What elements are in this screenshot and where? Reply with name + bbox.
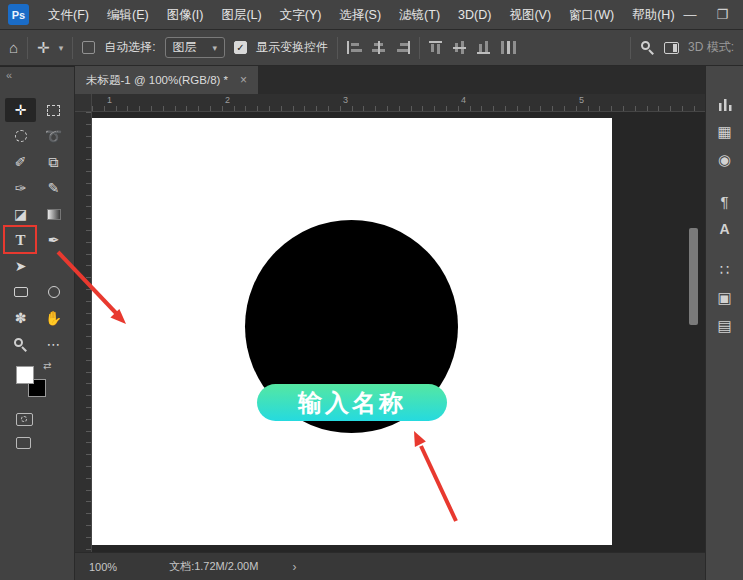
3d-mode-label: 3D 模式: — [688, 39, 734, 56]
tools-panel: « ✛ ➰ ✐ ⧉ ✑ ✎ ◪ T ✒ ➤ ✽ ✋ ⋯ ⇄ — [0, 67, 75, 580]
quick-mask-icon[interactable] — [16, 413, 33, 426]
menu-item-help[interactable]: 帮助(H) — [623, 0, 683, 30]
horizontal-ruler: 1 2 3 4 5 — [92, 94, 705, 112]
options-bar: ⌂ ✛ ▾ 自动选择: 图层 ▾ ✓ 显示变换控件 3D 模式: — [0, 30, 743, 66]
eyedropper-tool[interactable]: ✑ — [5, 176, 36, 200]
status-bar: 100% 文档:1.72M/2.00M › — [75, 552, 705, 580]
vertical-scrollbar[interactable] — [689, 228, 698, 325]
collapse-tools-icon[interactable]: « — [6, 69, 12, 81]
screen-mode-icon[interactable] — [16, 437, 31, 449]
grid-panel-icon[interactable]: ▦ — [712, 120, 738, 144]
hand-tool[interactable]: ✋ — [38, 306, 69, 330]
more-tools-button[interactable]: ⋯ — [38, 332, 69, 356]
ruler-corner — [75, 94, 92, 112]
divider — [630, 37, 631, 59]
pen-tool[interactable]: ✒ — [38, 228, 69, 252]
auto-select-checkbox[interactable] — [82, 41, 95, 54]
crop-tool[interactable]: ⧉ — [38, 150, 69, 174]
rectangle-shape-tool[interactable] — [5, 280, 36, 304]
move-tool-preset-icon[interactable]: ✛ — [37, 40, 50, 55]
menu-item-edit[interactable]: 编辑(E) — [98, 0, 158, 30]
vertical-ruler — [75, 112, 92, 552]
canvas[interactable]: 输入名称 — [92, 118, 612, 545]
zoom-tool[interactable] — [5, 332, 36, 356]
photoshop-window: { "app": {"logo_text": "Ps"}, "menubar":… — [0, 0, 743, 580]
document-size-info: 文档:1.72M/2.00M — [169, 559, 258, 574]
align-right-icon[interactable] — [395, 41, 410, 54]
menu-item-image[interactable]: 图像(I) — [158, 0, 213, 30]
lasso-icon: ➰ — [45, 128, 62, 144]
brush-tool[interactable]: ✎ — [38, 176, 69, 200]
pen-icon: ✒ — [48, 232, 60, 248]
histogram-panel-icon[interactable] — [712, 92, 738, 116]
ruler-number: 5 — [579, 95, 584, 105]
rectangle-icon — [14, 287, 28, 297]
rectangular-marquee-tool[interactable] — [38, 98, 69, 122]
divider — [27, 37, 28, 59]
chevron-down-icon: ▾ — [213, 43, 218, 53]
align-top-icon[interactable] — [429, 41, 444, 54]
distribute-icon[interactable] — [501, 41, 516, 54]
menu-item-layer[interactable]: 图层(L) — [212, 0, 270, 30]
tools-footer — [16, 413, 33, 449]
auto-select-target-dropdown[interactable]: 图层 ▾ — [165, 37, 226, 58]
check-icon: ✓ — [236, 42, 244, 53]
quick-select-icon: ✐ — [15, 154, 27, 170]
menu-item-filter[interactable]: 滤镜(T) — [390, 0, 449, 30]
align-bottom-icon[interactable] — [477, 41, 492, 54]
ellipse-marquee-icon — [15, 130, 27, 142]
align-left-icon[interactable] — [347, 41, 362, 54]
custom-shape-icon: ✽ — [15, 310, 27, 326]
eraser-tool[interactable]: ◪ — [5, 202, 36, 226]
path-selection-tool[interactable]: ➤ — [5, 254, 36, 278]
photoshop-logo: Ps — [8, 4, 29, 25]
menu-item-type[interactable]: 文字(Y) — [271, 0, 331, 30]
ellipse-shape-tool[interactable] — [38, 280, 69, 304]
search-icon[interactable] — [640, 40, 655, 55]
custom-shape-tool[interactable]: ✽ — [5, 306, 36, 330]
input-name-text: 输入名称 — [298, 387, 406, 419]
quick-selection-tool[interactable]: ✐ — [5, 150, 36, 174]
foreground-color-swatch[interactable] — [16, 366, 34, 384]
menu-bar: Ps 文件(F) 编辑(E) 图像(I) 图层(L) 文字(Y) 选择(S) 滤… — [0, 0, 743, 30]
swap-colors-icon[interactable]: ⇄ — [43, 360, 51, 371]
character-panel-icon[interactable]: A — [712, 217, 738, 241]
align-center-h-icon[interactable] — [371, 41, 386, 54]
minimize-button[interactable]: — — [684, 7, 697, 22]
ruler-row: 1 2 3 4 5 — [75, 94, 705, 112]
status-expander-icon[interactable]: › — [292, 560, 296, 574]
ruler-number: 4 — [461, 95, 466, 105]
sphere-panel-icon[interactable]: ◉ — [712, 148, 738, 172]
document-tab-title: 未标题-1 @ 100%(RGB/8) * — [86, 73, 228, 88]
show-transform-label: 显示变换控件 — [256, 39, 328, 56]
marquee-icon — [47, 105, 60, 116]
swatch-dots-panel-icon[interactable]: ∷ — [712, 258, 738, 282]
menu-item-3d[interactable]: 3D(D) — [449, 0, 500, 30]
canvas-viewport: 输入名称 — [75, 112, 705, 552]
elliptical-marquee-tool[interactable] — [5, 124, 36, 148]
menu-item-select[interactable]: 选择(S) — [330, 0, 390, 30]
color-swatches: ⇄ — [16, 366, 60, 402]
home-icon[interactable]: ⌂ — [9, 40, 18, 55]
zoom-level-field[interactable]: 100% — [89, 561, 117, 573]
frame-panel-icon[interactable]: ▣ — [712, 286, 738, 310]
menu-item-file[interactable]: 文件(F) — [39, 0, 98, 30]
chevron-down-icon[interactable]: ▾ — [59, 43, 64, 53]
divider — [419, 37, 420, 59]
align-middle-icon[interactable] — [453, 41, 468, 54]
workspace-switcher-icon[interactable] — [664, 42, 679, 54]
restore-button[interactable]: ❐ — [717, 7, 729, 22]
more-icon: ⋯ — [47, 336, 61, 352]
menu-item-view[interactable]: 视图(V) — [500, 0, 560, 30]
document-tab[interactable]: 未标题-1 @ 100%(RGB/8) * × — [75, 66, 258, 94]
tab-close-icon[interactable]: × — [240, 73, 247, 87]
paragraph-panel-icon[interactable]: ¶ — [712, 189, 738, 213]
zoom-icon — [13, 337, 28, 352]
show-transform-checkbox[interactable]: ✓ — [234, 41, 247, 54]
gradient-tool[interactable] — [38, 202, 69, 226]
move-tool[interactable]: ✛ — [5, 98, 36, 122]
lasso-tool[interactable]: ➰ — [38, 124, 69, 148]
path-select-icon: ➤ — [15, 258, 27, 274]
menu-item-window[interactable]: 窗口(W) — [560, 0, 623, 30]
list-panel-icon[interactable]: ▤ — [712, 314, 738, 338]
